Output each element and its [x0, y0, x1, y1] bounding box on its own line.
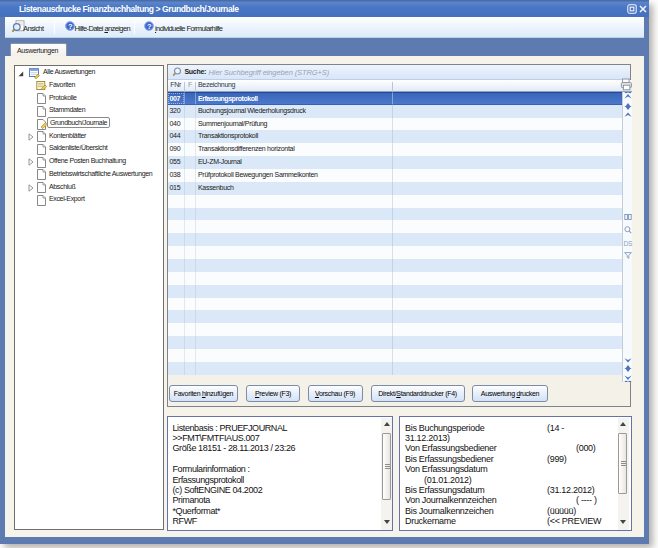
svg-text:DS: DS [624, 239, 633, 246]
